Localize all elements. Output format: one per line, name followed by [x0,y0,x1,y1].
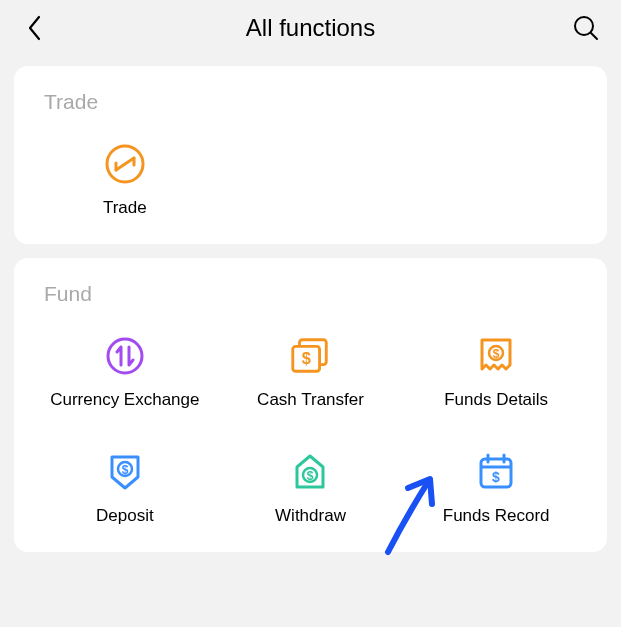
func-cash-transfer[interactable]: $ Cash Transfer [218,334,404,410]
func-currency-exchange[interactable]: Currency Exchange [32,334,218,410]
header: All functions [0,0,621,56]
back-button[interactable] [18,11,52,45]
cash-transfer-icon: $ [288,335,332,377]
svg-line-1 [591,33,597,39]
funds-record-icon: $ [475,451,517,493]
svg-text:$: $ [492,469,500,485]
funds-details-icon: $ [475,335,517,377]
page-title: All functions [52,14,569,42]
func-label: Currency Exchange [50,390,199,410]
func-label: Withdraw [275,506,346,526]
func-label: Cash Transfer [257,390,364,410]
trade-icon [104,143,146,185]
trade-section: Trade Trade [14,66,607,244]
func-deposit[interactable]: $ Deposit [32,450,218,526]
chevron-left-icon [27,15,43,41]
section-title-fund: Fund [44,282,589,306]
func-label: Trade [103,198,147,218]
search-icon [572,14,600,42]
func-label: Funds Details [444,390,548,410]
svg-text:$: $ [302,349,311,367]
fund-section: Fund Currency Exchange $ Cash Transfer [14,258,607,552]
svg-text:$: $ [307,469,314,483]
withdraw-icon: $ [289,451,331,493]
func-label: Funds Record [443,506,550,526]
search-button[interactable] [569,11,603,45]
svg-text:$: $ [121,463,128,477]
svg-point-3 [108,339,142,373]
func-withdraw[interactable]: $ Withdraw [218,450,404,526]
func-label: Deposit [96,506,154,526]
svg-text:$: $ [493,347,500,361]
func-funds-record[interactable]: $ Funds Record [403,450,589,526]
deposit-icon: $ [104,451,146,493]
func-funds-details[interactable]: $ Funds Details [403,334,589,410]
currency-exchange-icon [104,335,146,377]
section-title-trade: Trade [44,90,589,114]
func-trade[interactable]: Trade [32,142,218,218]
